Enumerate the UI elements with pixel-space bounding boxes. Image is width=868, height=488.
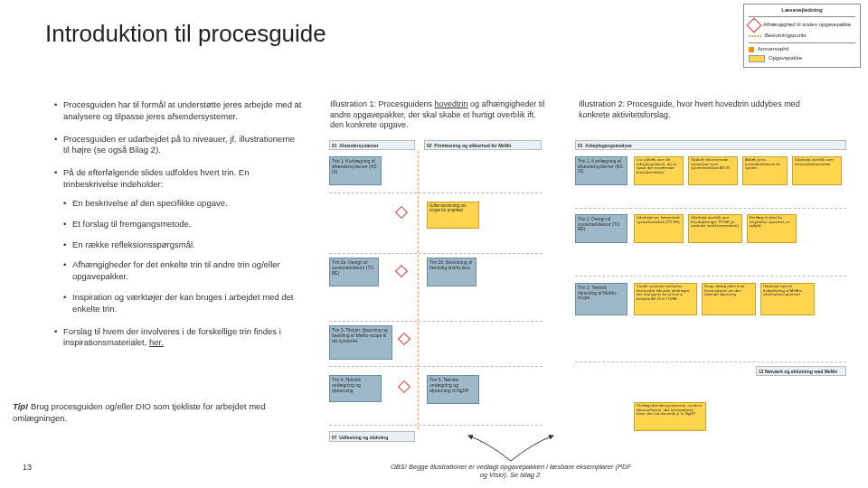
yellowbox-icon — [749, 55, 765, 62]
tip-label: Tip! — [13, 401, 28, 411]
ill2-band-b: 12 Netværk og afslutning med MeMo — [756, 366, 846, 376]
left-column: Procesguiden har til formål at understøt… — [54, 99, 303, 360]
ill2-a23: Kortlæg et aktiv for respektive systemer… — [747, 214, 797, 243]
diamond-icon — [395, 206, 408, 219]
ill2-a32: Drag i dialog aften med leverandøren om … — [702, 283, 756, 315]
illustration-2: 01 Arbejdsgangsanalyse Trin 1: Kortlægni… — [575, 140, 850, 465]
ill2-band-a: 01 Arbejdsgangsanalyse — [575, 140, 846, 150]
ill2-bandB-label: Netværk og afslutning med MeMo — [765, 369, 837, 374]
ill1-activity-1: Udfør beslutning om scope for projektet — [427, 202, 479, 229]
ill2-step-2: Trin 2: Design af systemarkitektur (TO B… — [575, 214, 627, 243]
ill2-a13: Afdæk jeres kontraktrelationer for syste… — [742, 156, 788, 185]
illustration-1-caption: Illustration 1: Procesguidens hovedtrin … — [330, 99, 547, 131]
ill2-bandA-label: Arbejdsgangsanalyse — [585, 143, 632, 148]
ill2-a12: Opdatér eksisterende systemkort over sys… — [688, 156, 738, 185]
ill1-band07: 07 — [332, 435, 337, 440]
ill2-step-1: Trin 1: Kortlægning af afsendersystemer … — [575, 156, 627, 185]
page-number: 13 — [23, 463, 32, 472]
illustration-2-caption: Illustration 2: Procesguide, hvor hvert … — [579, 99, 832, 120]
bullet-4-text: Forslag til hvem der involveres i de for… — [63, 326, 281, 348]
page-title: Introduktion til procesguide — [45, 20, 326, 48]
legend-task-label: Opgavepakke — [769, 55, 802, 62]
legend-row-dep: Afhængighed til anden opgavepakke — [749, 20, 855, 31]
ill1-bottom-band: 07 Udfasning og slukning — [329, 431, 415, 442]
illustration-1: 01 Afsendersystemer 02 Printløsning og s… — [329, 140, 560, 456]
dashline-icon — [749, 33, 761, 40]
sub-5: Inspiration og værktøjer der kan bruges … — [63, 292, 303, 315]
ill2-a31: Vurdér sammen med jeres leverandør tekni… — [634, 283, 697, 315]
ill1-step-2b: Trin 2b: Beslutning af fremtidig distrib… — [427, 258, 476, 286]
sub-2: Et forslag til fremgangsmetode. — [63, 219, 303, 230]
obs-note: OBS! Begge illustrationer er vedlagt opg… — [389, 463, 633, 479]
dot-icon — [749, 47, 754, 52]
bullet-4-link[interactable]: her. — [149, 337, 164, 347]
ill2-band01: 01 — [578, 143, 583, 148]
ill2-a11: Lav udtræk over de arbejdssystemer, der … — [634, 156, 684, 185]
ill1-step-3: Trin 3: Tilslutn. tilpasning og bestilli… — [329, 325, 392, 360]
tip-text: Brug procesguiden og/eller DIO som tjekl… — [13, 401, 266, 423]
sub-1: En beskrivelse af den specifikke opgave. — [63, 198, 303, 210]
diamond-icon — [398, 333, 410, 345]
ill2-a14: Udarbejd overblik over leverandørkontrak… — [792, 156, 842, 185]
ill1-band-a: 01 Afsendersystemer — [329, 140, 415, 150]
legend-row-decision: Beslutningspunkt — [749, 33, 855, 40]
ill1-step-1: Trin 1: Kortlægning af afsendersystemer … — [329, 156, 382, 185]
ill2-band12: 12 — [759, 369, 764, 374]
diamond-icon — [398, 380, 410, 393]
ill1-band02: 02 — [427, 143, 432, 148]
diamond-icon — [395, 265, 408, 277]
ill1-step-5: Trin 5: Teknisk omlægning og afprøvning … — [427, 375, 479, 404]
bullet-3: På de efterfølgende slides udfoldes hver… — [54, 167, 303, 314]
ill2-a21: Udarbejd evt. kommende systemlandskab (T… — [634, 214, 684, 243]
ill2-a41: Omlæg afsendersystemerne, så de er tilpa… — [634, 402, 706, 431]
ill2-a22: Udarbejd overblik over forudsætninger TO… — [688, 214, 742, 243]
ill1-band01: 01 — [332, 143, 337, 148]
diamond-icon — [747, 17, 762, 33]
cap1-u: hovedtrin — [435, 99, 468, 108]
bullet-2: Procesguiden er udarbejdet på to niveaue… — [54, 134, 303, 157]
sub-4: Afhængigheder for det enkelte trin til a… — [63, 259, 303, 283]
bullet-4: Forslag til hvem der involveres i de for… — [54, 326, 303, 350]
ill2-step-3: Trin 3: Teknisk tilpasning af MeMo-scope… — [575, 283, 627, 315]
tip-block: Tip! Brug procesguiden og/eller DIO som … — [7, 398, 315, 428]
curved-arrows-icon — [461, 434, 561, 465]
ill1-bandA-label: Afsendersystemer — [339, 143, 379, 148]
legend-row-taskid: Ansvarsophil — [749, 46, 855, 53]
ill2-a33: Udarbejd input til budgettering af MeMo-… — [760, 283, 815, 315]
bullet-1: Procesguiden har til formål at understøt… — [54, 99, 303, 123]
sub-3: En række refleksionsspørgsmål. — [63, 239, 303, 251]
bullet-3-text: På de efterfølgende slides udfoldes hver… — [63, 167, 249, 189]
cap1-a: Illustration 1: Procesguidens — [330, 99, 435, 108]
legend-row-task: Opgavepakke — [749, 55, 855, 62]
legend-box: Læsevejledning Afhængighed til anden opg… — [743, 4, 861, 68]
ill1-band-b: 02 Printløsning og sikkerhed for MeMo — [424, 140, 542, 150]
legend-decision-label: Beslutningspunkt — [765, 33, 807, 40]
ill1-bandB-label: Printløsning og sikkerhed for MeMo — [434, 143, 511, 148]
ill1-step-2a: Trin 2a: Design af systemarkitektur (TO … — [329, 258, 379, 286]
ill1-step-4: Trin 4: Teknisk omlægning og afprøvning — [329, 375, 382, 402]
legend-taskid-label: Ansvarsophil — [758, 46, 788, 53]
legend-header: Læsevejledning — [749, 7, 855, 17]
legend-dep-label: Afhængighed til anden opgavepakke — [763, 22, 851, 29]
ill1-bottom-label: Udfasning og slukning — [339, 435, 388, 440]
